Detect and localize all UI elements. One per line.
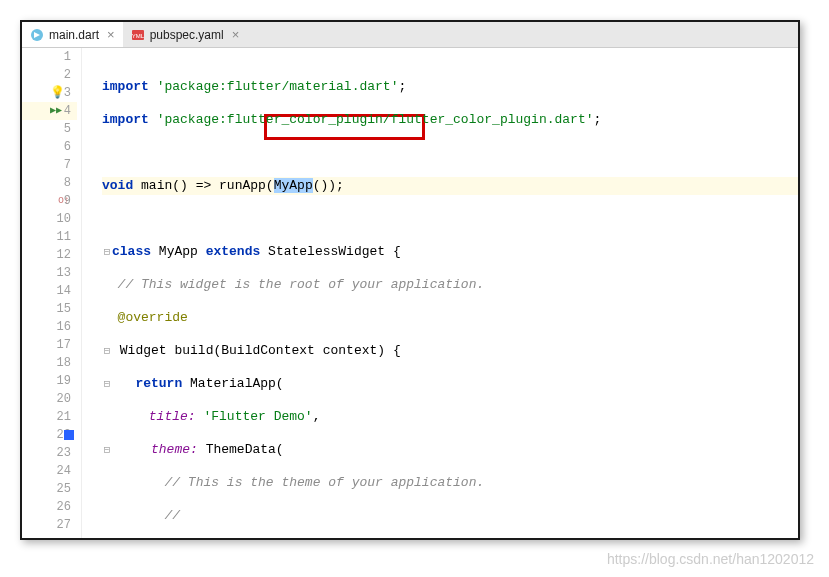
string: 'package:flutter/material.dart' bbox=[157, 79, 399, 94]
watermark: https://blog.csdn.net/han1202012 bbox=[607, 551, 814, 567]
line-number: 16 bbox=[57, 318, 71, 336]
punct: (BuildContext context) { bbox=[213, 343, 400, 358]
gutter: 1 2 💡3 ▶▶4 5 6 7 8 o↑9 10 11 12 13 14 15… bbox=[22, 48, 82, 538]
selected-text: MyApp bbox=[274, 178, 313, 193]
yaml-file-icon: YML bbox=[131, 28, 145, 42]
line-number: 17 bbox=[57, 336, 71, 354]
line-number: 27 bbox=[57, 516, 71, 534]
line-number: 24 bbox=[57, 462, 71, 480]
comment: // bbox=[164, 508, 180, 523]
class-ref: ThemeData bbox=[206, 442, 276, 457]
function: main bbox=[141, 178, 172, 193]
editor-body: 1 2 💡3 ▶▶4 5 6 7 8 o↑9 10 11 12 13 14 15… bbox=[22, 48, 798, 538]
tab-main-dart[interactable]: main.dart × bbox=[22, 22, 123, 47]
close-icon[interactable]: × bbox=[232, 27, 240, 42]
color-swatch-icon[interactable] bbox=[64, 430, 74, 440]
property: theme: bbox=[151, 442, 198, 457]
class-ref: MaterialApp bbox=[190, 376, 276, 391]
tab-label: main.dart bbox=[49, 28, 99, 42]
punct: ; bbox=[398, 79, 406, 94]
comment: // This widget is the root of your appli… bbox=[118, 277, 485, 292]
line-number: 14 bbox=[57, 282, 71, 300]
keyword: void bbox=[102, 178, 133, 193]
function: build bbox=[174, 343, 213, 358]
line-number: 12 bbox=[57, 246, 71, 264]
punct: ; bbox=[594, 112, 602, 127]
property: title: bbox=[149, 409, 196, 424]
line-number: 26 bbox=[57, 498, 71, 516]
close-icon[interactable]: × bbox=[107, 27, 115, 42]
keyword: extends bbox=[206, 244, 261, 259]
punct: , bbox=[313, 409, 321, 424]
tab-label: pubspec.yaml bbox=[150, 28, 224, 42]
code-area[interactable]: import 'package:flutter/material.dart'; … bbox=[82, 48, 798, 538]
punct: ()); bbox=[313, 178, 344, 193]
punct: ( bbox=[276, 376, 284, 391]
text: StatelessWidget { bbox=[268, 244, 401, 259]
keyword: return bbox=[135, 376, 182, 391]
keyword: class bbox=[112, 244, 151, 259]
line-number: 19 bbox=[57, 372, 71, 390]
lightbulb-icon[interactable]: 💡 bbox=[50, 84, 65, 102]
editor-frame: main.dart × YML pubspec.yaml × 1 2 💡3 ▶▶… bbox=[20, 20, 800, 540]
string: 'Flutter Demo' bbox=[203, 409, 312, 424]
svg-text:YML: YML bbox=[131, 33, 144, 39]
annotation: @override bbox=[118, 310, 188, 325]
line-number: 25 bbox=[57, 480, 71, 498]
fold-icon[interactable]: ⊟ bbox=[102, 441, 112, 459]
line-number: 10 bbox=[57, 210, 71, 228]
line-number: 15 bbox=[57, 300, 71, 318]
line-number: 21 bbox=[57, 408, 71, 426]
type: Widget bbox=[120, 343, 167, 358]
punct: () => bbox=[172, 178, 219, 193]
tab-pubspec-yaml[interactable]: YML pubspec.yaml × bbox=[123, 22, 248, 47]
comment: // This is the theme of your application… bbox=[164, 475, 484, 490]
keyword: import bbox=[102, 112, 149, 127]
line-number: 11 bbox=[57, 228, 71, 246]
fold-icon[interactable]: ⊟ bbox=[102, 342, 112, 360]
dart-file-icon bbox=[30, 28, 44, 42]
line-number: 2 bbox=[64, 66, 71, 84]
line-number: 8 bbox=[64, 174, 71, 192]
fold-icon[interactable]: ⊟ bbox=[102, 375, 112, 393]
punct: ( bbox=[276, 442, 284, 457]
line-number: 5 bbox=[64, 120, 71, 138]
line-number: 1 bbox=[64, 48, 71, 66]
line-number: 4 bbox=[64, 102, 71, 120]
class-name: MyApp bbox=[159, 244, 198, 259]
line-number: 13 bbox=[57, 264, 71, 282]
line-number: 20 bbox=[57, 390, 71, 408]
fold-icon[interactable]: ⊟ bbox=[102, 243, 112, 261]
run-icon[interactable]: ▶▶ bbox=[50, 102, 62, 120]
override-icon[interactable]: o↑ bbox=[58, 192, 70, 210]
line-number: 18 bbox=[57, 354, 71, 372]
string: 'package:flutter_color_plugin/flutter_co… bbox=[157, 112, 594, 127]
line-number: 6 bbox=[64, 138, 71, 156]
call: runApp( bbox=[219, 178, 274, 193]
line-number: 23 bbox=[57, 444, 71, 462]
tab-bar: main.dart × YML pubspec.yaml × bbox=[22, 22, 798, 48]
line-number: 7 bbox=[64, 156, 71, 174]
keyword: import bbox=[102, 79, 149, 94]
